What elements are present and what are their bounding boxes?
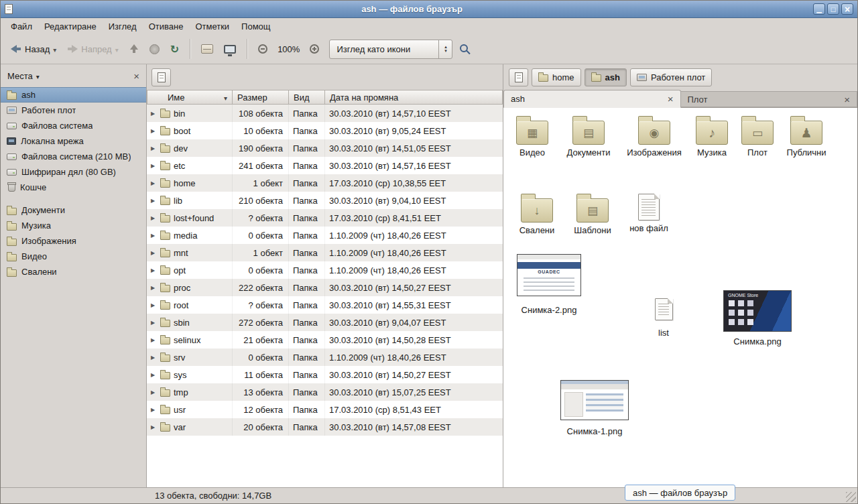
sidebar-item[interactable]: Файлова система — [1, 118, 146, 133]
titlebar[interactable]: ash — файлов браузър — [1, 1, 857, 18]
expander-icon[interactable] — [151, 424, 157, 430]
home-button[interactable] — [196, 40, 218, 58]
table-row[interactable]: tmp 13 обекта Папка 30.03.2010 (вт) 15,0… — [147, 383, 503, 401]
table-row[interactable]: usr 12 обекта Папка 17.03.2010 (ср) 8,51… — [147, 401, 503, 418]
search-button[interactable] — [454, 39, 475, 59]
menu-item[interactable]: Помощ — [235, 19, 276, 34]
menu-item[interactable]: Отиване — [143, 19, 190, 34]
back-history-caret-icon[interactable] — [53, 44, 56, 54]
expander-icon[interactable] — [151, 355, 157, 361]
expander-icon[interactable] — [151, 145, 157, 151]
expander-icon[interactable] — [151, 111, 157, 117]
expander-icon[interactable] — [151, 267, 157, 273]
table-row[interactable]: boot 10 обекта Папка 30.03.2010 (вт) 9,0… — [147, 122, 503, 139]
sidebar-item[interactable]: Музика — [1, 218, 146, 233]
expander-icon[interactable] — [151, 389, 157, 395]
icon-view[interactable]: Видео Документи Изображения Музика Плот — [503, 108, 857, 487]
pathbar-button-desktop[interactable]: Работен плот — [630, 68, 712, 86]
tab-plot[interactable]: Плот — [681, 91, 858, 107]
table-row[interactable]: sys 11 обекта Папка 30.03.2010 (вт) 14,5… — [147, 366, 503, 383]
table-row[interactable]: opt 0 обекта Папка 1.10.2009 (чт) 18,40,… — [147, 261, 503, 279]
table-row[interactable]: lib 210 обекта Папка 30.03.2010 (вт) 9,0… — [147, 192, 503, 209]
column-header-date[interactable]: Дата на промяна — [325, 90, 503, 105]
maximize-button[interactable] — [827, 3, 839, 15]
reload-button[interactable] — [166, 39, 184, 60]
expander-icon[interactable] — [151, 372, 157, 378]
expander-icon[interactable] — [151, 285, 157, 291]
tab-close-icon[interactable] — [668, 93, 674, 105]
table-row[interactable]: root ? обекта Папка 30.03.2010 (вт) 14,5… — [147, 296, 503, 314]
icon-item-downloads[interactable]: Свалени — [509, 192, 565, 236]
sidebar-item[interactable]: ash — [1, 87, 146, 103]
table-row[interactable]: var 20 обекта Папка 30.03.2010 (вт) 14,5… — [147, 418, 503, 436]
resize-grip[interactable] — [846, 492, 856, 502]
expander-icon[interactable] — [151, 320, 157, 326]
expander-icon[interactable] — [151, 337, 157, 343]
back-button[interactable]: Назад — [6, 40, 61, 58]
expander-icon[interactable] — [151, 302, 157, 308]
sidebar-item[interactable]: Изображения — [1, 233, 146, 249]
sidebar-item[interactable]: Видео — [1, 249, 146, 264]
column-header-type[interactable]: Вид — [289, 90, 325, 105]
table-row[interactable]: mnt 1 обект Папка 1.10.2009 (чт) 18,40,2… — [147, 244, 503, 261]
combo-spinner-icon[interactable] — [438, 40, 452, 58]
sidebar-close-icon[interactable] — [133, 70, 139, 82]
forward-button[interactable]: Напред — [62, 40, 123, 58]
sidebar-item[interactable]: Кошче — [1, 180, 146, 195]
expander-icon[interactable] — [151, 250, 157, 256]
column-header-name[interactable]: Име — [147, 90, 233, 105]
icon-item-desktop[interactable]: Плот — [729, 115, 786, 158]
close-button[interactable] — [841, 3, 853, 15]
pathbar-root-button[interactable] — [509, 68, 528, 86]
computer-button[interactable] — [219, 41, 241, 58]
table-row[interactable]: selinux 21 обекта Папка 30.03.2010 (вт) … — [147, 331, 503, 349]
icon-item-documents[interactable]: Документи — [560, 115, 617, 158]
menu-item[interactable]: Отметки — [189, 19, 235, 34]
menu-item[interactable]: Файл — [5, 19, 38, 34]
sidebar-item[interactable]: Свалени — [1, 264, 146, 279]
table-row[interactable]: lost+found ? обекта Папка 17.03.2010 (ср… — [147, 209, 503, 227]
table-row[interactable]: dev 190 обекта Папка 30.03.2010 (вт) 14,… — [147, 139, 503, 157]
sidebar-item[interactable]: Работен плот — [1, 103, 146, 118]
sidebar-item[interactable]: Файлова система (210 MB) — [1, 149, 146, 164]
icon-item-list[interactable]: list — [644, 298, 684, 338]
table-row[interactable]: media 0 обекта Папка 1.10.2009 (чт) 18,4… — [147, 227, 503, 244]
tab-ash[interactable]: ash — [503, 90, 681, 108]
zoom-in-button[interactable] — [305, 40, 324, 58]
table-row[interactable]: etc 241 обекта Папка 30.03.2010 (вт) 14,… — [147, 157, 503, 174]
icon-item-snimka-2[interactable]: GUADEC Снимка-2.png — [515, 254, 583, 316]
icon-item-video[interactable]: Видео — [504, 115, 560, 158]
pathbar-button-home[interactable]: home — [532, 68, 581, 86]
table-row[interactable]: home 1 обект Папка 17.03.2010 (ср) 10,38… — [147, 174, 503, 192]
icon-item-pictures[interactable]: Изображения — [626, 115, 682, 158]
view-mode-combobox[interactable]: Изглед като икони — [329, 40, 452, 59]
column-header-size[interactable]: Размер — [233, 90, 289, 105]
minimize-button[interactable] — [813, 3, 825, 15]
icon-item-new-file[interactable]: нов файл — [621, 194, 677, 234]
zoom-out-button[interactable] — [253, 40, 272, 58]
sidebar-item[interactable]: Локална мрежа — [1, 133, 146, 149]
sidebar-item[interactable]: Шифриран дял (80 GB) — [1, 164, 146, 180]
table-row[interactable]: bin 108 обекта Папка 30.03.2010 (вт) 14,… — [147, 105, 503, 122]
expander-icon[interactable] — [151, 215, 157, 221]
icon-item-snimka[interactable]: GNOME Store Снимка.png — [722, 290, 793, 347]
menu-item[interactable]: Изглед — [103, 19, 143, 34]
expander-icon[interactable] — [151, 163, 157, 169]
expander-icon[interactable] — [151, 198, 157, 204]
left-pane-location-button[interactable] — [151, 68, 171, 86]
icon-item-snimka-1[interactable]: Снимка-1.png — [558, 380, 631, 437]
expander-icon[interactable] — [151, 407, 157, 413]
menu-item[interactable]: Редактиране — [38, 19, 103, 34]
sidebar-mode-caret-icon[interactable] — [33, 71, 40, 81]
up-button[interactable] — [125, 40, 143, 58]
pathbar-button-ash[interactable]: ash — [585, 68, 627, 86]
icon-item-public[interactable]: Публични — [778, 115, 835, 158]
table-row[interactable]: srv 0 обекта Папка 1.10.2009 (чт) 18,40,… — [147, 349, 503, 366]
sidebar-item[interactable]: Документи — [1, 202, 146, 218]
table-row[interactable]: proc 222 обекта Папка 30.03.2010 (вт) 14… — [147, 279, 503, 296]
table-row[interactable]: sbin 272 обекта Папка 30.03.2010 (вт) 9,… — [147, 314, 503, 331]
stop-button[interactable] — [145, 40, 164, 58]
expander-icon[interactable] — [151, 128, 157, 134]
tab-close-icon[interactable] — [844, 94, 850, 105]
icon-item-templates[interactable]: Шаблони — [564, 192, 621, 236]
